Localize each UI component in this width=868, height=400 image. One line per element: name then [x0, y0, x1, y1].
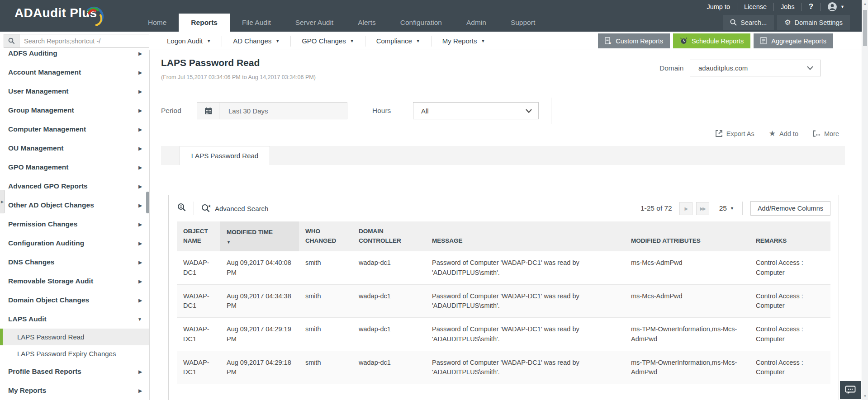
sidebar-item-ou-management[interactable]: OU Management▶ [0, 139, 149, 158]
report-search-input[interactable] [19, 34, 149, 47]
table-row[interactable]: WADAP-DC1 Aug 09,2017 04:29:18 PM smith … [177, 351, 830, 384]
cell-modified-time: Aug 09,2017 04:34:38 PM [220, 284, 299, 318]
scroll-down-icon[interactable]: ▼ [862, 394, 868, 398]
report-search-box[interactable] [4, 34, 149, 48]
column-header-modified-time[interactable]: MODIFIED TIME▼ [220, 221, 299, 251]
toolbar-buttons: ★ Custom Reports Schedule Reports Aggreg… [598, 33, 833, 48]
next-page-button[interactable]: ▶ [679, 202, 693, 215]
sidebar-item-domain-object-changes[interactable]: Domain Object Changes▶ [0, 291, 149, 310]
aggregate-reports-button[interactable]: Aggregate Reports [754, 33, 833, 48]
sidebar-item-group-management[interactable]: Group Management▶ [0, 101, 149, 120]
jump-to-link[interactable]: Jump to [700, 3, 737, 11]
sidebar-item-account-management[interactable]: Account Management▶ [0, 63, 149, 82]
chevron-down-icon: ▼ [207, 39, 211, 43]
nav-server-audit[interactable]: Server Audit [283, 14, 346, 32]
column-header-remarks[interactable]: REMARKS [749, 221, 830, 251]
cell-who-changed: smith [299, 318, 352, 351]
sidebar-scrollbar-thumb[interactable] [146, 192, 149, 213]
advanced-search-icon: ★ [201, 204, 211, 213]
cell-message: Password of Computer 'WADAP-DC1' was rea… [426, 318, 625, 351]
sidebar-item-configuration-auditing[interactable]: Configuration Auditing▶ [0, 234, 149, 253]
custom-reports-button[interactable]: ★ Custom Reports [598, 33, 670, 48]
search-icon [730, 19, 737, 26]
sidebar-item-computer-management[interactable]: Computer Management▶ [0, 120, 149, 139]
nav-file-audit[interactable]: File Audit [230, 14, 283, 32]
table-row[interactable]: WADAP-DC1 Aug 09,2017 04:29:19 PM smith … [177, 318, 830, 351]
nav-configuration[interactable]: Configuration [388, 14, 454, 32]
tab-laps-password-read[interactable]: LAPS Password Read [180, 146, 270, 165]
chevron-right-icon: ▶ [138, 260, 142, 265]
add-remove-columns-button[interactable]: Add/Remove Columns [750, 201, 830, 216]
menu-ad-changes[interactable]: AD Changes▼ [222, 36, 290, 47]
chevron-down-icon: ▼ [138, 317, 142, 322]
chevron-down-icon: ▼ [416, 39, 420, 43]
column-search-toggle-icon[interactable] [177, 203, 187, 214]
sidebar-item-profile-based-reports[interactable]: Profile Based Reports▶ [0, 362, 149, 381]
sidebar-subitem-laps-password-expiry-changes[interactable]: LAPS Password Expiry Changes [0, 345, 149, 362]
advanced-search-button[interactable]: ★ Advanced Search [201, 204, 268, 213]
report-actions: Export As ★ Add to More [715, 130, 839, 137]
sidebar-item-permission-changes[interactable]: Permission Changes▶ [0, 215, 149, 234]
export-as-button[interactable]: Export As [715, 130, 754, 137]
sidebar-item-user-management[interactable]: User Management▶ [0, 82, 149, 101]
column-header-object-name[interactable]: OBJECT NAME [177, 221, 220, 251]
cell-remarks: Control Access : Computer [749, 284, 830, 318]
table-row[interactable]: WADAP-DC1 Aug 09,2017 04:40:08 PM smith … [177, 251, 830, 284]
menu-divider [496, 36, 496, 47]
last-page-button[interactable]: ▶▶ [696, 202, 709, 215]
menu-compliance[interactable]: Compliance▼ [365, 36, 431, 47]
chevron-right-icon: ▶ [138, 108, 142, 113]
domain-select[interactable]: adauditplus.com [690, 60, 821, 76]
sidebar-item-gpo-management[interactable]: GPO Management▶ [0, 158, 149, 177]
divider [742, 202, 743, 215]
nav-home[interactable]: Home [136, 14, 179, 32]
menu-logon-audit[interactable]: Logon Audit▼ [156, 36, 222, 47]
help-link[interactable]: ? [802, 3, 821, 11]
user-menu[interactable]: ▼ [821, 2, 846, 12]
export-icon [715, 130, 723, 137]
sidebar-item-dns-changes[interactable]: DNS Changes▶ [0, 253, 149, 272]
domain-settings-button[interactable]: ⚙ Domain Settings [777, 15, 850, 30]
page-title: LAPS Password Read [161, 57, 260, 68]
page-scrollbar[interactable]: ▲ ▼ [862, 0, 868, 400]
sidebar-item-advanced-gpo-reports[interactable]: Advanced GPO Reports▶ [0, 177, 149, 196]
nav-support[interactable]: Support [498, 14, 547, 32]
sidebar-list: ADFS Auditing▶ Account Management▶ User … [0, 50, 149, 400]
menu-my-reports[interactable]: My Reports▼ [431, 36, 496, 47]
column-header-modified-attributes[interactable]: MODIFIED ATTRIBUTES [625, 221, 749, 251]
scrollbar-thumb[interactable] [863, 10, 867, 46]
global-search-button[interactable]: Search... [723, 15, 774, 30]
sidebar-subitem-laps-password-read[interactable]: LAPS Password Read [0, 329, 149, 345]
cell-modified-time: Aug 09,2017 04:29:19 PM [220, 318, 299, 351]
sidebar-item-other-ad-object-changes[interactable]: Other AD Object Changes▶ [0, 196, 149, 215]
table-row[interactable]: WADAP-DC1 Aug 09,2017 04:34:38 PM smith … [177, 284, 830, 318]
sidebar-collapse-handle[interactable]: ▶ [0, 190, 5, 213]
feedback-chat-button[interactable] [840, 381, 861, 399]
column-header-message[interactable]: MESSAGE [426, 221, 625, 251]
jobs-link[interactable]: Jobs [774, 3, 802, 11]
sidebar-item-removable-storage-audit[interactable]: Removable Storage Audit▶ [0, 272, 149, 291]
header-buttons: Search... ⚙ Domain Settings [723, 15, 850, 30]
nav-admin[interactable]: Admin [454, 14, 498, 32]
hours-select[interactable]: All [413, 102, 539, 119]
sidebar-item-adfs-auditing[interactable]: ADFS Auditing▶ [0, 50, 149, 63]
page-size-dropdown[interactable]: 25 ▼ [719, 204, 734, 212]
add-to-button[interactable]: ★ Add to [769, 130, 798, 137]
menu-gpo-changes[interactable]: GPO Changes▼ [290, 36, 365, 47]
nav-alerts[interactable]: Alerts [346, 14, 388, 32]
cell-message: Password of Computer 'WADAP-DC1' was rea… [426, 284, 625, 318]
nav-reports[interactable]: Reports [179, 14, 230, 32]
more-button[interactable]: More [813, 130, 839, 137]
column-header-who-changed[interactable]: WHO CHANGED [299, 221, 352, 251]
scroll-up-icon[interactable]: ▲ [862, 2, 868, 6]
svg-text:★: ★ [608, 41, 612, 45]
calendar-icon [197, 103, 219, 119]
sidebar-item-my-reports[interactable]: My Reports▶ [0, 381, 149, 400]
search-controls: ★ Advanced Search [177, 202, 268, 215]
cell-object-name: WADAP-DC1 [177, 351, 220, 384]
schedule-reports-button[interactable]: Schedule Reports [673, 33, 750, 48]
sidebar-item-laps-audit[interactable]: LAPS Audit▼ [0, 310, 149, 329]
license-link[interactable]: License [737, 3, 774, 11]
period-picker[interactable]: Last 30 Days [197, 102, 347, 119]
column-header-domain-controller[interactable]: DOMAIN CONTROLLER [352, 221, 426, 251]
